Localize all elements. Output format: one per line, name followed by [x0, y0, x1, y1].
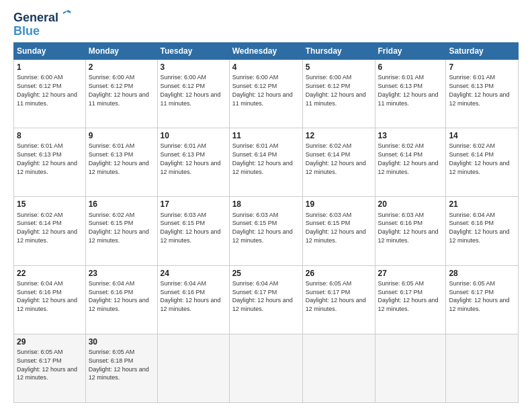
day-info: Sunrise: 6:01 AMSunset: 6:14 PMDaylight:… — [232, 142, 293, 175]
day-number: 5 — [306, 62, 372, 73]
day-number: 1 — [17, 62, 83, 73]
day-info: Sunrise: 6:04 AMSunset: 6:16 PMDaylight:… — [17, 280, 77, 312]
day-info: Sunrise: 6:01 AMSunset: 6:13 PMDaylight:… — [17, 142, 77, 175]
calendar-cell — [302, 334, 375, 402]
calendar-week-row: 15Sunrise: 6:02 AMSunset: 6:14 PMDayligh… — [14, 197, 519, 265]
logo-bird-icon — [60, 9, 73, 23]
calendar-cell: 19Sunrise: 6:03 AMSunset: 6:15 PMDayligh… — [302, 197, 375, 265]
calendar-cell: 13Sunrise: 6:02 AMSunset: 6:14 PMDayligh… — [375, 128, 446, 197]
calendar-table: SundayMondayTuesdayWednesdayThursdayFrid… — [13, 42, 519, 403]
calendar-cell: 22Sunrise: 6:04 AMSunset: 6:16 PMDayligh… — [14, 265, 86, 334]
day-number: 7 — [449, 62, 515, 73]
page: General Blue SundayMondayTuesdayWednesda… — [0, 0, 532, 411]
calendar-cell: 21Sunrise: 6:04 AMSunset: 6:16 PMDayligh… — [446, 197, 519, 265]
calendar-cell: 12Sunrise: 6:02 AMSunset: 6:14 PMDayligh… — [302, 128, 375, 197]
day-info: Sunrise: 6:03 AMSunset: 6:15 PMDaylight:… — [232, 212, 293, 244]
day-info: Sunrise: 6:01 AMSunset: 6:13 PMDaylight:… — [449, 74, 509, 106]
calendar-cell: 15Sunrise: 6:02 AMSunset: 6:14 PMDayligh… — [14, 197, 86, 265]
day-info: Sunrise: 6:04 AMSunset: 6:16 PMDaylight:… — [89, 280, 149, 312]
col-header-thursday: Thursday — [302, 43, 375, 60]
day-info: Sunrise: 6:03 AMSunset: 6:15 PMDaylight:… — [306, 212, 366, 244]
day-number: 8 — [17, 130, 83, 141]
col-header-saturday: Saturday — [446, 43, 519, 60]
logo-line1: General — [13, 11, 73, 25]
calendar-cell: 7Sunrise: 6:01 AMSunset: 6:13 PMDaylight… — [446, 60, 519, 128]
calendar-cell: 30Sunrise: 6:05 AMSunset: 6:18 PMDayligh… — [85, 334, 157, 402]
calendar-week-row: 22Sunrise: 6:04 AMSunset: 6:16 PMDayligh… — [14, 265, 519, 334]
calendar-cell: 1Sunrise: 6:00 AMSunset: 6:12 PMDaylight… — [14, 60, 86, 128]
day-number: 2 — [89, 62, 154, 73]
logo: General Blue — [13, 11, 73, 37]
day-number: 15 — [17, 199, 83, 210]
calendar-cell: 11Sunrise: 6:01 AMSunset: 6:14 PMDayligh… — [229, 128, 302, 197]
calendar-cell: 20Sunrise: 6:03 AMSunset: 6:16 PMDayligh… — [375, 197, 446, 265]
logo-general: General — [13, 11, 58, 25]
day-info: Sunrise: 6:02 AMSunset: 6:14 PMDaylight:… — [378, 142, 439, 175]
calendar-cell: 17Sunrise: 6:03 AMSunset: 6:15 PMDayligh… — [157, 197, 229, 265]
day-number: 17 — [161, 199, 226, 210]
day-info: Sunrise: 6:05 AMSunset: 6:17 PMDaylight:… — [378, 280, 439, 312]
day-number: 12 — [306, 130, 372, 141]
logo-blue: Blue — [13, 25, 73, 37]
day-info: Sunrise: 6:01 AMSunset: 6:13 PMDaylight:… — [161, 142, 221, 175]
day-number: 29 — [17, 336, 83, 347]
col-header-friday: Friday — [375, 43, 446, 60]
col-header-wednesday: Wednesday — [229, 43, 302, 60]
day-info: Sunrise: 6:04 AMSunset: 6:16 PMDaylight:… — [161, 280, 221, 312]
calendar-cell: 24Sunrise: 6:04 AMSunset: 6:16 PMDayligh… — [157, 265, 229, 334]
day-info: Sunrise: 6:02 AMSunset: 6:14 PMDaylight:… — [306, 142, 366, 175]
calendar-cell: 26Sunrise: 6:05 AMSunset: 6:17 PMDayligh… — [302, 265, 375, 334]
calendar-cell — [446, 334, 519, 402]
day-number: 16 — [89, 199, 154, 210]
day-number: 4 — [232, 62, 300, 73]
day-number: 21 — [449, 199, 515, 210]
calendar-week-row: 8Sunrise: 6:01 AMSunset: 6:13 PMDaylight… — [14, 128, 519, 197]
calendar-cell: 29Sunrise: 6:05 AMSunset: 6:17 PMDayligh… — [14, 334, 86, 402]
day-number: 20 — [378, 199, 443, 210]
day-info: Sunrise: 6:00 AMSunset: 6:12 PMDaylight:… — [232, 74, 293, 106]
calendar-cell: 9Sunrise: 6:01 AMSunset: 6:13 PMDaylight… — [85, 128, 157, 197]
calendar-cell: 4Sunrise: 6:00 AMSunset: 6:12 PMDaylight… — [229, 60, 302, 128]
day-number: 25 — [232, 268, 300, 279]
calendar-cell — [375, 334, 446, 402]
day-number: 18 — [232, 199, 300, 210]
day-number: 13 — [378, 130, 443, 141]
day-number: 9 — [89, 130, 154, 141]
header: General Blue — [13, 11, 519, 37]
day-info: Sunrise: 6:02 AMSunset: 6:14 PMDaylight:… — [17, 212, 77, 244]
day-info: Sunrise: 6:05 AMSunset: 6:17 PMDaylight:… — [17, 349, 77, 381]
day-info: Sunrise: 6:00 AMSunset: 6:12 PMDaylight:… — [89, 74, 149, 106]
day-number: 24 — [161, 268, 226, 279]
day-number: 3 — [161, 62, 226, 73]
col-header-tuesday: Tuesday — [157, 43, 229, 60]
day-info: Sunrise: 6:05 AMSunset: 6:17 PMDaylight:… — [306, 280, 366, 312]
day-info: Sunrise: 6:02 AMSunset: 6:14 PMDaylight:… — [449, 142, 509, 175]
day-number: 28 — [449, 268, 515, 279]
day-info: Sunrise: 6:04 AMSunset: 6:17 PMDaylight:… — [232, 280, 293, 312]
day-info: Sunrise: 6:03 AMSunset: 6:16 PMDaylight:… — [378, 212, 439, 244]
calendar-cell: 28Sunrise: 6:05 AMSunset: 6:17 PMDayligh… — [446, 265, 519, 334]
day-number: 19 — [306, 199, 372, 210]
calendar-cell: 14Sunrise: 6:02 AMSunset: 6:14 PMDayligh… — [446, 128, 519, 197]
calendar-cell: 3Sunrise: 6:00 AMSunset: 6:12 PMDaylight… — [157, 60, 229, 128]
day-info: Sunrise: 6:05 AMSunset: 6:17 PMDaylight:… — [449, 280, 509, 312]
calendar-cell: 10Sunrise: 6:01 AMSunset: 6:13 PMDayligh… — [157, 128, 229, 197]
calendar-cell: 25Sunrise: 6:04 AMSunset: 6:17 PMDayligh… — [229, 265, 302, 334]
day-number: 30 — [89, 336, 154, 347]
day-number: 23 — [89, 268, 154, 279]
calendar-cell: 6Sunrise: 6:01 AMSunset: 6:13 PMDaylight… — [375, 60, 446, 128]
col-header-sunday: Sunday — [14, 43, 86, 60]
day-info: Sunrise: 6:01 AMSunset: 6:13 PMDaylight:… — [89, 142, 149, 175]
day-number: 14 — [449, 130, 515, 141]
calendar-cell: 23Sunrise: 6:04 AMSunset: 6:16 PMDayligh… — [85, 265, 157, 334]
calendar-cell — [157, 334, 229, 402]
day-info: Sunrise: 6:00 AMSunset: 6:12 PMDaylight:… — [161, 74, 221, 106]
calendar-cell: 27Sunrise: 6:05 AMSunset: 6:17 PMDayligh… — [375, 265, 446, 334]
day-number: 10 — [161, 130, 226, 141]
calendar-cell: 16Sunrise: 6:02 AMSunset: 6:15 PMDayligh… — [85, 197, 157, 265]
day-info: Sunrise: 6:03 AMSunset: 6:15 PMDaylight:… — [161, 212, 221, 244]
day-number: 11 — [232, 130, 300, 141]
day-info: Sunrise: 6:04 AMSunset: 6:16 PMDaylight:… — [449, 212, 509, 244]
col-header-monday: Monday — [85, 43, 157, 60]
calendar-header-row: SundayMondayTuesdayWednesdayThursdayFrid… — [14, 43, 519, 60]
